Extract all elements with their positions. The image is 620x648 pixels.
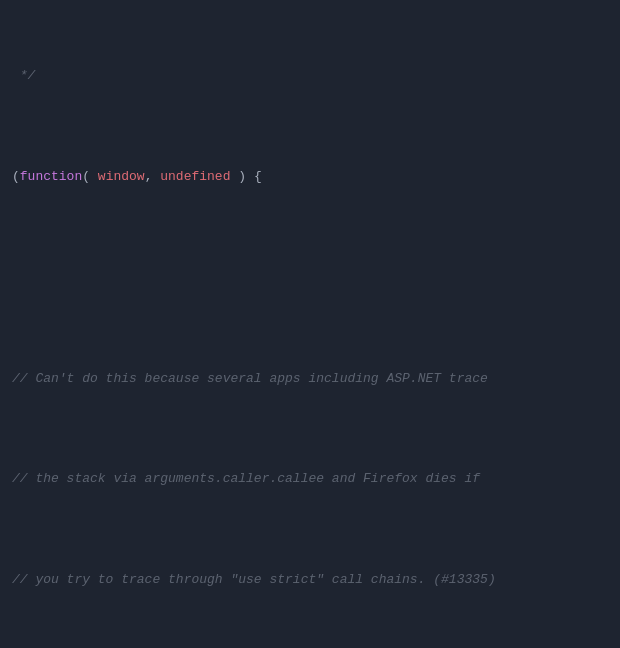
code-line [12, 268, 620, 288]
code-line: // Can't do this because several apps in… [12, 369, 620, 389]
code-viewer: */ (function( window, undefined ) { // C… [0, 0, 620, 648]
code-line: (function( window, undefined ) { [12, 167, 620, 187]
code-line: // you try to trace through "use strict"… [12, 570, 620, 590]
code-line: // the stack via arguments.caller.callee… [12, 469, 620, 489]
code-line: */ [12, 66, 620, 86]
